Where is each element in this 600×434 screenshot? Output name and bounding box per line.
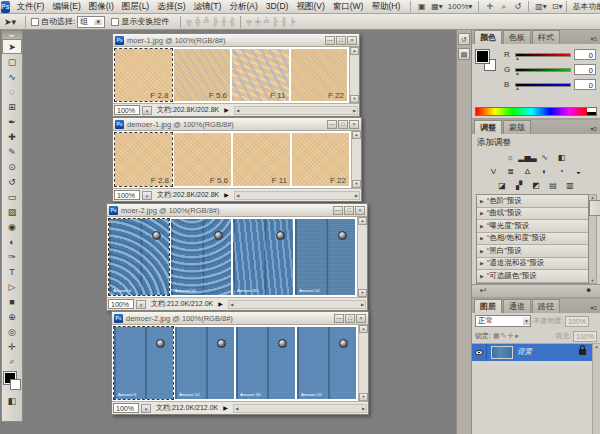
status-popup-arrow[interactable]: ▶ xyxy=(223,404,231,413)
vertical-scrollbar[interactable]: ▲▼ xyxy=(352,131,361,188)
document-canvas[interactable]: F 2.8 F 5.6 F 11 F 22 xyxy=(113,131,352,188)
window-close-button[interactable]: × xyxy=(349,120,359,129)
align-hcenter-icon[interactable]: ╫ xyxy=(221,17,227,26)
move-tool-icon[interactable]: ➤▾ xyxy=(0,17,20,27)
status-options-icon[interactable]: ▾ xyxy=(142,191,152,200)
vertical-scrollbar[interactable]: ▲▼ xyxy=(359,325,368,401)
menu-analysis[interactable]: 分析(A) xyxy=(225,0,261,13)
status-options-icon[interactable]: ▾ xyxy=(142,106,152,115)
preset-hue-saturation[interactable]: ▶“色相/饱和度”预设 xyxy=(477,233,588,246)
menu-select[interactable]: 选择(S) xyxy=(153,0,189,13)
red-slider[interactable]: ▲ xyxy=(515,53,571,57)
view-extras-icon[interactable]: ▦▾ xyxy=(430,1,444,12)
blue-slider[interactable]: ▲ xyxy=(515,83,571,87)
layer-thumbnail[interactable] xyxy=(491,346,513,359)
background-color-swatch[interactable] xyxy=(10,379,21,390)
color-spectrum-ramp[interactable] xyxy=(475,107,597,116)
zoom-level-dropdown[interactable]: 100%▾ xyxy=(447,1,473,12)
tab-layers[interactable]: 图层 xyxy=(474,299,502,313)
menu-file[interactable]: 文件(F) xyxy=(13,0,49,13)
vibrance-icon[interactable]: V xyxy=(487,166,500,177)
status-options-icon[interactable]: ▾ xyxy=(141,404,151,413)
tab-styles[interactable]: 样式 xyxy=(532,30,560,44)
window-maximize-button[interactable]: □ xyxy=(344,206,354,215)
3d-orbit-tool[interactable]: ◎ xyxy=(2,324,22,339)
tab-channels[interactable]: 通道 xyxy=(503,299,531,313)
horizontal-scrollbar[interactable]: ◀▶ xyxy=(234,106,358,115)
zoom-percent-field[interactable]: 100% xyxy=(114,105,140,115)
quick-mask-button[interactable]: ◧ xyxy=(2,393,22,408)
distribute-vcenter-icon[interactable]: ╪ xyxy=(255,17,261,26)
lock-transparency-icon[interactable]: ▦ xyxy=(493,332,500,340)
zoom-percent-field[interactable]: 100% xyxy=(108,299,134,309)
document-canvas[interactable]: F 2.8 F 5.6 F 11 F 22 xyxy=(113,47,350,103)
tab-adjustments[interactable]: 调整 xyxy=(474,120,502,134)
history-panel-icon[interactable]: ↺ xyxy=(458,33,470,45)
menu-edit[interactable]: 编辑(E) xyxy=(48,0,84,13)
blur-tool[interactable]: ◉ xyxy=(2,219,22,234)
lock-all-icon[interactable]: ● xyxy=(514,332,518,340)
hand-tool[interactable]: ✛ xyxy=(2,339,22,354)
document-canvas[interactable]: Amount 0 Amount 10 Amount 30 Amount 50 xyxy=(112,325,359,401)
tab-color[interactable]: 颜色 xyxy=(474,30,502,44)
zoom-percent-field[interactable]: 100% xyxy=(113,403,139,413)
lasso-tool[interactable]: ∿ xyxy=(2,69,22,84)
presets-scrollbar[interactable]: ▲▼ xyxy=(589,194,597,284)
window-titlebar[interactable]: Ps moer-2.jpg @ 100%(RGB/8#) — □ × xyxy=(107,204,367,217)
auto-select-checkbox[interactable] xyxy=(31,18,39,26)
clone-stamp-tool[interactable]: ⊙ xyxy=(2,159,22,174)
photo-filter-icon[interactable]: ◔ xyxy=(555,166,568,177)
screen-mode-icon[interactable]: ⊡▾ xyxy=(551,1,564,12)
zoom-percent-field[interactable]: 100% xyxy=(114,190,140,200)
panel-menu-icon[interactable]: ▾≡ xyxy=(590,35,600,44)
align-bottom-icon[interactable]: ╩ xyxy=(204,17,210,26)
lock-pixels-icon[interactable]: ✎ xyxy=(501,332,507,340)
status-popup-arrow[interactable]: ▶ xyxy=(224,191,232,200)
move-tool[interactable]: ➤ xyxy=(2,39,22,54)
align-left-icon[interactable]: ╠ xyxy=(212,17,218,26)
crop-tool[interactable]: ⊞ xyxy=(2,99,22,114)
eyedropper-tool[interactable]: ✒ xyxy=(2,114,22,129)
horizontal-scrollbar[interactable]: ◀▶ xyxy=(228,300,366,309)
window-maximize-button[interactable]: □ xyxy=(345,314,355,323)
foreground-color-swatch[interactable] xyxy=(476,50,489,63)
channel-mixer-icon[interactable]: ◒ xyxy=(572,166,585,177)
launch-bridge-icon[interactable]: ▣ xyxy=(416,1,427,12)
window-close-button[interactable]: × xyxy=(347,36,357,45)
brush-tool[interactable]: ✎ xyxy=(2,144,22,159)
posterize-icon[interactable]: ▞ xyxy=(513,180,526,191)
curves-icon[interactable]: ∿ xyxy=(538,152,551,163)
tools-panel-grip[interactable]: ▸▸ xyxy=(2,31,22,39)
window-minimize-button[interactable]: — xyxy=(325,36,335,45)
window-minimize-button[interactable]: — xyxy=(333,206,343,215)
status-popup-arrow[interactable]: ▶ xyxy=(218,300,226,309)
menu-layer[interactable]: 图层(L) xyxy=(118,0,153,13)
pen-tool[interactable]: ✑ xyxy=(2,249,22,264)
red-value-field[interactable]: 0 xyxy=(574,49,596,60)
window-minimize-button[interactable]: — xyxy=(334,314,344,323)
window-close-button[interactable]: × xyxy=(356,314,366,323)
selective-color-icon[interactable]: ▥ xyxy=(564,180,577,191)
align-right-icon[interactable]: ╣ xyxy=(230,17,236,26)
green-value-field[interactable]: 0 xyxy=(574,64,596,75)
gradient-tool[interactable]: ▨ xyxy=(2,204,22,219)
window-titlebar[interactable]: Ps moer-1.jpg @ 100%(RGB/8#) — □ × xyxy=(113,34,359,47)
healing-brush-tool[interactable]: ✚ xyxy=(2,129,22,144)
black-white-icon[interactable]: ◐ xyxy=(538,166,551,177)
clip-to-layer-icon[interactable]: ⚫ xyxy=(585,286,592,295)
panel-menu-icon[interactable]: ▾≡ xyxy=(590,125,600,134)
shape-tool[interactable]: ■ xyxy=(2,294,22,309)
menu-help[interactable]: 帮助(H) xyxy=(367,0,404,13)
window-minimize-button[interactable]: — xyxy=(327,120,337,129)
menu-window[interactable]: 窗口(W) xyxy=(329,0,368,13)
quick-selection-tool[interactable]: ◌ xyxy=(2,84,22,99)
distribute-right-icon[interactable]: ╞ xyxy=(290,17,296,26)
window-maximize-button[interactable]: □ xyxy=(336,36,346,45)
menu-3d[interactable]: 3D(D) xyxy=(262,0,293,13)
levels-icon[interactable]: ▂▅▃ xyxy=(521,152,534,163)
preset-black-white[interactable]: ▶“黑白”预设 xyxy=(477,245,588,258)
blue-value-field[interactable]: 0 xyxy=(574,79,596,90)
exposure-icon[interactable]: ◧ xyxy=(555,152,568,163)
tab-paths[interactable]: 路径 xyxy=(532,299,560,313)
gradient-map-icon[interactable]: ▤ xyxy=(547,180,560,191)
